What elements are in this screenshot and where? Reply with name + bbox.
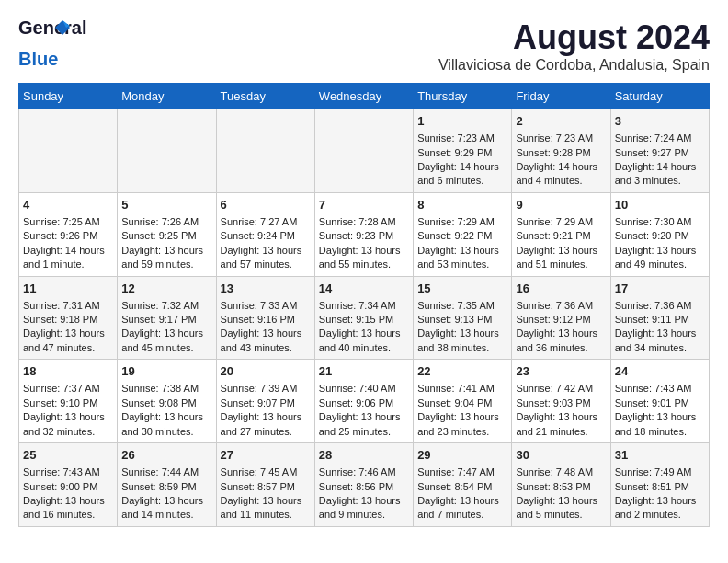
cell-content: Sunset: 9:27 PM	[615, 146, 705, 160]
cell-content: and 18 minutes.	[615, 425, 705, 439]
cell-content: Sunset: 9:15 PM	[319, 313, 409, 327]
cell-content: Sunrise: 7:42 AM	[516, 382, 606, 396]
logo: General Blue	[18, 18, 58, 70]
cell-content: Sunset: 8:57 PM	[221, 480, 311, 494]
cell-content: Daylight: 14 hours	[23, 244, 113, 258]
cell-content: Daylight: 13 hours	[516, 244, 606, 258]
calendar-cell: 10Sunrise: 7:30 AMSunset: 9:20 PMDayligh…	[610, 192, 709, 276]
cell-content: Daylight: 13 hours	[417, 494, 507, 508]
cell-content: and 57 minutes.	[221, 258, 311, 271]
day-number: 22	[417, 363, 507, 380]
cell-content: Sunrise: 7:40 AM	[319, 382, 409, 396]
cell-content: and 36 minutes.	[516, 341, 606, 355]
cell-content: Daylight: 13 hours	[417, 327, 507, 340]
calendar-cell: 5Sunrise: 7:26 AMSunset: 9:25 PMDaylight…	[118, 192, 216, 276]
cell-content: Sunrise: 7:29 AM	[417, 215, 507, 229]
day-number: 2	[516, 113, 606, 130]
cell-content: Daylight: 13 hours	[221, 494, 311, 508]
calendar-cell: 26Sunrise: 7:44 AMSunset: 8:59 PMDayligh…	[118, 443, 216, 527]
cell-content: and 38 minutes.	[417, 341, 507, 355]
calendar-cell: 21Sunrise: 7:40 AMSunset: 9:06 PMDayligh…	[314, 360, 413, 443]
day-number: 21	[319, 363, 409, 380]
calendar-cell: 4Sunrise: 7:25 AMSunset: 9:26 PMDaylight…	[19, 192, 118, 276]
cell-content: Daylight: 13 hours	[319, 327, 409, 340]
cell-content: Sunrise: 7:43 AM	[615, 382, 705, 396]
cell-content: Sunset: 9:07 PM	[221, 396, 311, 410]
cell-content: Daylight: 13 hours	[516, 410, 606, 424]
cell-content: and 51 minutes.	[516, 258, 606, 271]
day-number: 30	[516, 447, 606, 464]
cell-content: Sunset: 9:00 PM	[23, 480, 113, 494]
main-title: August 2024	[438, 18, 710, 57]
day-number: 4	[23, 197, 113, 213]
calendar-cell: 18Sunrise: 7:37 AMSunset: 9:10 PMDayligh…	[19, 360, 118, 443]
calendar-cell: 14Sunrise: 7:34 AMSunset: 9:15 PMDayligh…	[314, 276, 413, 360]
cell-content: Sunset: 9:03 PM	[516, 396, 606, 410]
cell-content: and 32 minutes.	[23, 425, 113, 439]
calendar-header-wednesday: Wednesday	[314, 84, 413, 109]
cell-content: and 47 minutes.	[23, 341, 113, 355]
svg-marker-0	[55, 20, 70, 35]
cell-content: Sunrise: 7:45 AM	[221, 465, 311, 479]
cell-content: Sunrise: 7:27 AM	[221, 215, 311, 229]
cell-content: Sunrise: 7:23 AM	[417, 132, 507, 145]
day-number: 6	[221, 197, 311, 213]
cell-content: Daylight: 13 hours	[516, 494, 606, 508]
calendar-cell: 29Sunrise: 7:47 AMSunset: 8:54 PMDayligh…	[414, 443, 512, 527]
calendar-header-saturday: Saturday	[610, 84, 709, 109]
cell-content: Sunset: 9:18 PM	[23, 313, 113, 327]
cell-content: and 40 minutes.	[319, 341, 409, 355]
cell-content: Sunrise: 7:49 AM	[615, 465, 705, 479]
calendar-cell: 12Sunrise: 7:32 AMSunset: 9:17 PMDayligh…	[118, 276, 216, 360]
calendar-cell	[19, 109, 118, 193]
calendar-cell: 3Sunrise: 7:24 AMSunset: 9:27 PMDaylight…	[610, 109, 709, 193]
cell-content: Sunrise: 7:39 AM	[221, 382, 311, 396]
day-number: 1	[417, 113, 507, 130]
cell-content: Sunrise: 7:47 AM	[417, 465, 507, 479]
cell-content: and 27 minutes.	[221, 425, 311, 439]
cell-content: Sunset: 9:11 PM	[615, 313, 705, 327]
calendar-cell: 24Sunrise: 7:43 AMSunset: 9:01 PMDayligh…	[610, 360, 709, 443]
cell-content: and 45 minutes.	[121, 341, 211, 355]
cell-content: and 23 minutes.	[417, 425, 507, 439]
cell-content: Daylight: 13 hours	[516, 327, 606, 340]
day-number: 23	[516, 363, 606, 380]
cell-content: Daylight: 13 hours	[221, 410, 311, 424]
cell-content: Daylight: 13 hours	[221, 244, 311, 258]
cell-content: Sunrise: 7:41 AM	[417, 382, 507, 396]
cell-content: and 21 minutes.	[516, 425, 606, 439]
cell-content: Sunset: 9:20 PM	[615, 229, 705, 243]
cell-content: and 34 minutes.	[615, 341, 705, 355]
calendar-cell: 7Sunrise: 7:28 AMSunset: 9:23 PMDaylight…	[314, 192, 413, 276]
cell-content: Sunrise: 7:36 AM	[516, 299, 606, 313]
cell-content: Sunset: 9:22 PM	[417, 229, 507, 243]
cell-content: Daylight: 14 hours	[417, 160, 507, 174]
cell-content: Sunrise: 7:34 AM	[319, 299, 409, 313]
title-section: August 2024 Villaviciosa de Cordoba, And…	[438, 18, 710, 74]
day-number: 31	[615, 447, 705, 464]
cell-content: Sunset: 9:29 PM	[417, 146, 507, 160]
cell-content: Daylight: 13 hours	[121, 244, 211, 258]
day-number: 15	[417, 281, 507, 297]
day-number: 16	[516, 281, 606, 297]
day-number: 14	[319, 281, 409, 297]
cell-content: and 59 minutes.	[121, 258, 211, 271]
logo-blue-text: Blue	[18, 49, 58, 70]
cell-content: Sunrise: 7:44 AM	[121, 465, 211, 479]
calendar-cell: 19Sunrise: 7:38 AMSunset: 9:08 PMDayligh…	[118, 360, 216, 443]
calendar-header-sunday: Sunday	[19, 84, 118, 109]
cell-content: Sunset: 9:08 PM	[121, 396, 211, 410]
cell-content: Sunrise: 7:33 AM	[221, 299, 311, 313]
cell-content: Sunset: 9:24 PM	[221, 229, 311, 243]
calendar-table: SundayMondayTuesdayWednesdayThursdayFrid…	[18, 83, 710, 527]
day-number: 5	[121, 197, 211, 213]
cell-content: and 43 minutes.	[221, 341, 311, 355]
calendar-cell	[216, 109, 314, 193]
cell-content: and 14 minutes.	[121, 508, 211, 522]
cell-content: Sunset: 9:10 PM	[23, 396, 113, 410]
day-number: 13	[221, 281, 311, 297]
cell-content: Sunset: 9:16 PM	[221, 313, 311, 327]
day-number: 3	[615, 113, 705, 130]
day-number: 24	[615, 363, 705, 380]
cell-content: Daylight: 13 hours	[615, 244, 705, 258]
